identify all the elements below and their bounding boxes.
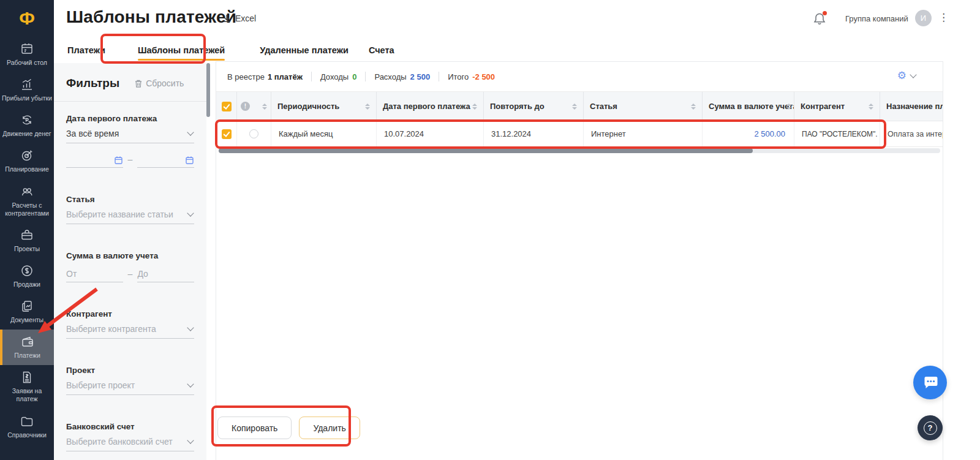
date-preset-select[interactable]: За всё время (66, 123, 194, 143)
range-separator: – (128, 269, 133, 279)
tab-label: Платежи (67, 45, 105, 55)
chevron-down-icon (187, 129, 194, 135)
date-to-input[interactable] (137, 156, 194, 168)
select-all-checkbox[interactable] (222, 102, 232, 111)
money-flow-icon (20, 113, 34, 127)
trash-icon (134, 79, 143, 88)
row-checkbox[interactable] (222, 129, 232, 139)
income-value: 0 (352, 72, 356, 81)
sidebar-item-money-flow[interactable]: Движение денег (0, 108, 54, 143)
documents-icon (20, 299, 34, 314)
delete-button[interactable]: Удалить (299, 417, 360, 439)
sidebar-item-counterparties[interactable]: Расчеты с контрагентами (0, 179, 54, 223)
wallet-icon (20, 334, 35, 349)
sidebar-item-payments[interactable]: Платежи (0, 330, 54, 365)
filter-panel: Фильтры Сбросить Дата первого платежа За… (54, 63, 206, 460)
logo-glyph: Ф (19, 8, 35, 29)
reset-filters-button[interactable]: Сбросить (134, 78, 184, 88)
total-label: Итого (448, 72, 469, 81)
sales-dollar-icon (20, 263, 34, 278)
column-label: Назначение пл (886, 102, 943, 111)
table-row[interactable]: Каждый месяц 10.07.2024 31.12.2024 Интер… (216, 121, 943, 147)
chat-fab-button[interactable] (913, 366, 947, 399)
sort-icon[interactable] (472, 104, 477, 110)
tab-label: Шаблоны платежей (138, 45, 225, 55)
column-header-purpose[interactable]: Назначение пл (880, 92, 943, 121)
filter-label-counterparty: Контрагент (66, 309, 194, 319)
page-title: Шаблоны платежей (66, 7, 236, 27)
notifications-bell-button[interactable] (812, 11, 827, 27)
excel-label: Excel (235, 13, 256, 23)
question-mark-icon (924, 421, 937, 435)
sidebar-item-desktop[interactable]: Рабочий стол (0, 37, 54, 72)
project-select[interactable]: Выберите проект (66, 375, 194, 395)
profit-loss-chart-icon (20, 77, 34, 92)
tab-payments[interactable]: Платежи (67, 37, 105, 63)
sort-icon[interactable] (262, 104, 267, 110)
column-header-repeat-until[interactable]: Повторять до (484, 92, 584, 121)
article-placeholder: Выберите название статьи (66, 209, 173, 219)
kebab-menu-icon[interactable]: ⋮ (938, 11, 949, 25)
gear-icon: ⚙ (897, 70, 907, 81)
sidebar-item-label: Платежи (14, 352, 40, 360)
filter-label-article: Статья (66, 195, 194, 204)
sort-icon[interactable] (869, 104, 873, 110)
tab-deleted-payments[interactable]: Удаленные платежи (260, 37, 349, 63)
date-from-input[interactable] (66, 156, 123, 168)
sidebar-item-planning[interactable]: Планирование (0, 143, 54, 179)
sidebar-item-directories[interactable]: Справочники (0, 409, 54, 445)
horizontal-scrollbar-thumb[interactable] (219, 148, 753, 153)
expense-label: Расходы (374, 72, 406, 81)
active-tab-underline (138, 59, 225, 61)
column-header-periodicity[interactable]: Периодичность (271, 92, 377, 121)
sidebar-nav: Рабочий стол Прибыли убытки Движение ден… (0, 37, 54, 445)
sidebar-item-label: Расчеты с контрагентами (2, 202, 52, 217)
help-fab-button[interactable] (918, 415, 943, 440)
sidebar-item-documents[interactable]: Документы (0, 294, 54, 330)
filter-panel-scrollbar[interactable] (206, 63, 210, 117)
page-header: Шаблоны платежей Excel Группа компаний И… (54, 0, 980, 37)
column-header-article[interactable]: Статья (584, 92, 703, 121)
sort-icon[interactable] (691, 104, 696, 110)
chevron-down-icon (187, 324, 194, 331)
sidebar-item-profit-loss[interactable]: Прибыли убытки (0, 72, 54, 108)
alert-column-icon (241, 102, 250, 111)
sidebar-item-projects[interactable]: Проекты (0, 223, 54, 258)
column-header-first-payment-date[interactable]: Дата первого платежа (377, 92, 484, 121)
copy-button[interactable]: Копировать (217, 417, 292, 439)
column-label: Повторять до (490, 102, 545, 111)
amount-from-input[interactable]: От (66, 264, 123, 282)
app-logo[interactable]: Ф (0, 0, 54, 37)
sidebar-item-label: Проекты (14, 245, 40, 253)
tab-accounts[interactable]: Счета (369, 37, 394, 63)
table-settings-button[interactable]: ⚙ (897, 70, 916, 81)
registry-count: 1 платёж (268, 72, 303, 81)
article-select[interactable]: Выберите название статьи (66, 204, 194, 224)
column-label: Периодичность (277, 102, 339, 111)
column-header-amount[interactable]: Сумма в валюте учета (703, 92, 794, 121)
sort-icon[interactable] (572, 104, 577, 110)
chevron-down-icon (187, 209, 194, 216)
filter-label-project: Проект (66, 366, 194, 375)
bank-account-select[interactable]: Выберите банковский счет (66, 431, 194, 451)
excel-export-button[interactable]: Excel (222, 13, 256, 23)
row-radio[interactable] (249, 129, 258, 138)
total-value: -2 500 (472, 72, 495, 81)
column-label: Статья (590, 102, 617, 111)
sidebar-item-payment-requests[interactable]: Заявки на платеж (0, 365, 54, 409)
avatar[interactable]: И (915, 10, 932, 26)
filter-label-amount: Сумма в валюте учета (66, 251, 194, 260)
filter-label-first-payment-date: Дата первого платежа (66, 114, 194, 123)
reset-label: Сбросить (146, 78, 184, 88)
sort-icon[interactable] (365, 104, 370, 110)
amount-to-input[interactable]: До (137, 264, 194, 282)
tab-payment-templates[interactable]: Шаблоны платежей (138, 37, 225, 63)
sidebar-item-sales[interactable]: Продажи (0, 258, 54, 294)
cell-article: Интернет (584, 121, 703, 146)
table-header-row: Периодичность Дата первого платежа Повто… (216, 92, 943, 121)
range-separator: – (128, 154, 133, 164)
divider (311, 72, 312, 81)
counterparty-select[interactable]: Выберите контрагента (66, 319, 194, 339)
sort-icon[interactable] (786, 104, 791, 110)
column-header-counterparty[interactable]: Контрагент (794, 92, 880, 121)
